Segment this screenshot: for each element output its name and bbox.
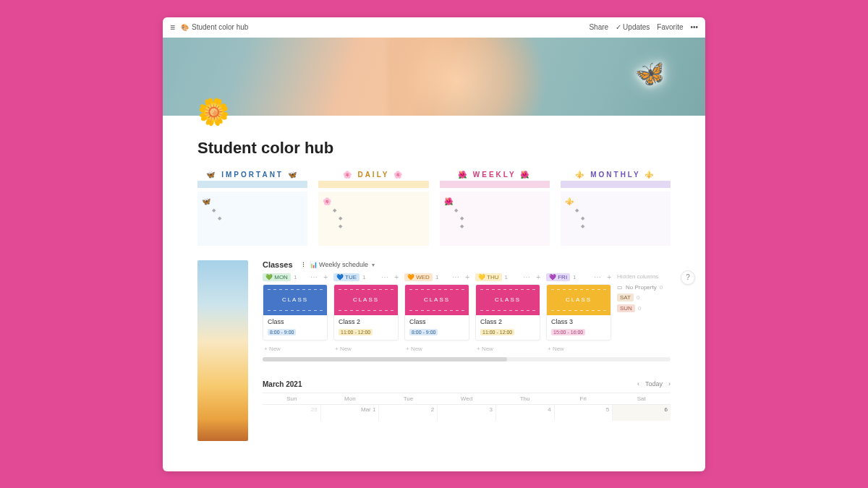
calendar-cell[interactable]: 6 [613,405,671,421]
diamond-icon: ◆ [212,207,216,213]
new-card-button[interactable]: + New [263,343,328,354]
day-tag[interactable]: 💚 MON [263,273,291,281]
column-add-button[interactable]: + [394,273,399,281]
class-card[interactable]: CLASSClass 211:00 - 12:00 [475,284,540,341]
section-heading[interactable]: 🌸 DAILY 🌸 [318,171,428,181]
section-body[interactable]: 🌺 ◆ ◆ ◆ [440,192,550,246]
diamond-icon: ◆ [454,207,458,213]
no-property-row[interactable]: ▭No Property0 [617,284,668,291]
calendar-cell[interactable]: 2 [379,405,438,421]
weekday-header: SunMonTueWedThuFriSat [263,393,671,404]
board-header: Classes ⫶ 📊 Weekly schedule ▾ [263,260,671,269]
new-card-button[interactable]: + New [333,343,399,354]
day-tag[interactable]: 💙 TUE [333,273,359,281]
divider-icon: ⫶ [302,260,305,268]
hidden-day-row[interactable]: SUN0 [617,304,668,312]
section-heading[interactable]: 🦋 IMPORTANT 🦋 [197,171,307,181]
section-heading[interactable]: ⚜️ MONTHLY ⚜️ [561,171,671,181]
sunset-image [197,260,248,441]
new-card-button[interactable]: + New [475,343,540,354]
calendar-cell[interactable]: 28 [263,405,321,421]
fleur-icon: ⚜️ [575,171,586,179]
class-card[interactable]: CLASSClass8:00 - 9:00 [263,284,328,341]
app-window: ≡ 🎨 Student color hub Share ✓Updates Fav… [163,17,705,471]
diamond-icon: ◆ [460,215,464,221]
help-button[interactable]: ? [681,270,695,285]
updates-button[interactable]: ✓Updates [616,23,650,31]
cover-cloud [387,38,561,116]
card-hero: CLASS [263,285,327,315]
day-tag[interactable]: 💛 THU [475,273,502,281]
page-content: Student color hub 🦋 IMPORTANT 🦋 🦋 ◆ ◆ 🌸 [163,116,705,441]
day-tag[interactable]: 🧡 WED [404,273,433,281]
new-card-button[interactable]: + New [404,343,469,354]
database-title[interactable]: Classes [263,260,293,269]
new-card-button[interactable]: + New [546,343,611,354]
prev-month-button[interactable]: ‹ [637,380,639,388]
breadcrumb-title[interactable]: Student color hub [192,23,248,31]
more-icon[interactable]: ••• [690,23,698,31]
flower-icon: 🌸 [343,171,354,179]
column-more-icon[interactable]: ⋯ [523,273,530,281]
class-card[interactable]: CLASSClass 211:00 - 12:00 [333,284,399,341]
day-tag[interactable]: 💜 FRI [546,273,570,281]
class-card[interactable]: CLASSClass 315:00 - 16:00 [546,284,611,341]
card-title: Class 3 [551,318,606,325]
hidden-columns: Hidden columns▭No Property0SAT0SUN0 [617,273,668,354]
hidden-day-row[interactable]: SAT0 [617,294,668,301]
section-body[interactable]: 🌸 ◆ ◆ ◆ [318,192,428,246]
day-tag: SUN [617,304,635,312]
fleur-icon: ⚜️ [644,171,655,179]
column-more-icon[interactable]: ⋯ [594,273,601,281]
butterfly-icon: 🦋 [288,171,299,179]
time-tag: 11:00 - 12:00 [339,329,373,335]
column-add-button[interactable]: + [607,273,611,281]
column-more-icon[interactable]: ⋯ [452,273,459,281]
board-column: 💙 TUE1⋯+CLASSClass 211:00 - 12:00+ New [333,273,399,354]
favorite-button[interactable]: Favorite [657,23,683,31]
board-column: 💚 MON1⋯+CLASSClass8:00 - 9:00+ New [263,273,328,354]
section-body[interactable]: 🦋 ◆ ◆ [197,192,307,246]
page-icon[interactable]: 🌼 [197,97,230,127]
board-column: 🧡 WED1⋯+CLASSClass8:00 - 9:00+ New [404,273,469,354]
section-bar [197,181,307,188]
today-button[interactable]: Today [645,380,663,388]
bullet-icon: ⚜️ [565,197,574,205]
section-body[interactable]: ⚜️ ◆ ◆ ◆ [561,192,671,246]
page-title[interactable]: Student color hub [197,139,671,158]
calendar-month[interactable]: March 2021 [263,380,302,388]
calendar-cell[interactable]: Mar 1 [321,405,380,421]
column-more-icon[interactable]: ⋯ [310,273,318,281]
time-tag: 8:00 - 9:00 [409,329,438,335]
section-bar [440,181,550,188]
section-heading[interactable]: 🌺 WEEKLY 🌺 [440,171,550,181]
calendar-cell[interactable]: 5 [555,405,613,421]
scrollbar-thumb[interactable] [263,357,507,361]
diamond-icon: ◆ [339,223,342,229]
column-count: 1 [435,274,438,281]
diamond-icon: ◆ [339,215,342,221]
class-card[interactable]: CLASSClass8:00 - 9:00 [404,284,469,341]
day-tag: SAT [617,294,634,301]
calendar-cell[interactable]: 4 [496,405,555,421]
column-add-button[interactable]: + [536,273,540,281]
sections-row: 🦋 IMPORTANT 🦋 🦋 ◆ ◆ 🌸 DAILY 🌸 [197,171,671,246]
column-add-button[interactable]: + [323,273,328,281]
next-month-button[interactable]: › [668,380,671,388]
bullet-icon: 🌸 [323,197,331,205]
menu-icon[interactable]: ≡ [170,22,175,33]
column-more-icon[interactable]: ⋯ [381,273,388,281]
share-button[interactable]: Share [589,23,608,31]
diamond-icon: ◆ [575,207,579,213]
calendar-cell[interactable]: 3 [438,405,496,421]
column-add-button[interactable]: + [465,273,469,281]
section-bar [561,181,671,188]
section-bar [318,181,428,188]
page-cover[interactable]: 🦋 [163,38,705,116]
view-selector[interactable]: 📊 Weekly schedule ▾ [310,261,375,268]
horizontal-scrollbar[interactable] [263,357,671,361]
time-tag: 8:00 - 9:00 [268,329,296,335]
time-tag: 15:00 - 16:00 [551,329,585,335]
column-header: 🧡 WED1⋯+ [404,273,469,281]
no-property-icon: ▭ [617,284,623,291]
